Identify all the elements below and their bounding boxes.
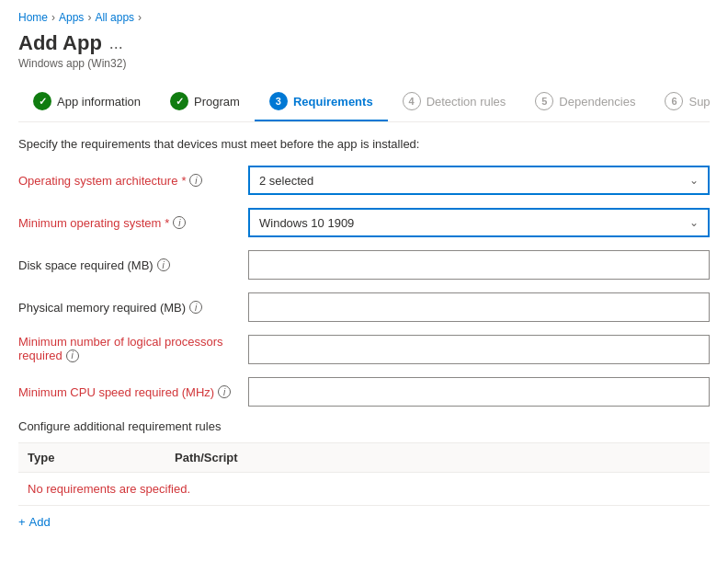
physical-memory-control xyxy=(248,292,710,322)
tab-program[interactable]: ✓ Program xyxy=(155,83,255,121)
cpu-speed-input[interactable] xyxy=(248,377,710,407)
req-table-empty-row: No requirements are specified. xyxy=(18,473,710,506)
col-type-header: Type xyxy=(28,451,175,464)
tabs-bar: ✓ App information ✓ Program 3 Requiremen… xyxy=(18,83,710,122)
tab-num-4: 4 xyxy=(403,92,421,110)
min-os-select[interactable]: Windows 10 1909 ⌄ xyxy=(248,208,710,237)
add-label: Add xyxy=(29,515,51,529)
page-title-row: Add App ... xyxy=(18,31,710,55)
page-title: Add App xyxy=(18,31,102,55)
tab-num-6: 6 xyxy=(665,92,683,110)
disk-space-control xyxy=(248,250,710,280)
physical-memory-info-icon[interactable]: i xyxy=(189,301,202,314)
add-icon: + xyxy=(18,515,26,529)
col-path-header: Path/Script xyxy=(175,451,238,464)
min-os-chevron-icon: ⌄ xyxy=(689,216,699,229)
add-requirement-link[interactable]: + Add xyxy=(18,515,51,529)
tab-label-detection-rules: Detection rules xyxy=(427,95,506,109)
tab-label-supersedence: Supersede xyxy=(688,95,710,109)
tab-check-icon-2: ✓ xyxy=(170,92,188,110)
min-os-row: Minimum operating system * i Windows 10 … xyxy=(18,208,710,237)
min-os-info-icon[interactable]: i xyxy=(173,216,186,229)
more-options-button[interactable]: ... xyxy=(109,34,123,53)
logical-processors-label: Minimum number of logical processors req… xyxy=(18,335,239,362)
additional-req-title: Configure additional requirement rules xyxy=(18,419,710,433)
logical-processors-input[interactable] xyxy=(248,335,710,364)
os-architecture-label: Operating system architecture * i xyxy=(18,174,239,188)
tab-detection-rules[interactable]: 4 Detection rules xyxy=(388,83,521,121)
tab-requirements[interactable]: 3 Requirements xyxy=(255,83,388,121)
section-description: Specify the requirements that devices mu… xyxy=(18,137,710,151)
breadcrumb: Home › Apps › All apps › xyxy=(18,11,710,24)
disk-space-label: Disk space required (MB) i xyxy=(18,258,239,272)
disk-space-row: Disk space required (MB) i xyxy=(18,250,710,280)
tab-label-dependencies: Dependencies xyxy=(559,95,635,109)
disk-space-info-icon[interactable]: i xyxy=(157,258,170,271)
tab-check-icon-1: ✓ xyxy=(33,92,51,110)
tab-supersedence[interactable]: 6 Supersede xyxy=(650,83,710,121)
physical-memory-label: Physical memory required (MB) i xyxy=(18,301,239,315)
tab-dependencies[interactable]: 5 Dependencies xyxy=(520,83,650,121)
min-os-control: Windows 10 1909 ⌄ xyxy=(248,208,710,237)
os-architecture-chevron-icon: ⌄ xyxy=(689,174,699,187)
os-architecture-control: 2 selected ⌄ xyxy=(248,166,710,195)
breadcrumb-apps[interactable]: Apps xyxy=(59,11,84,24)
tab-label-requirements: Requirements xyxy=(293,95,373,109)
os-architecture-select[interactable]: 2 selected ⌄ xyxy=(248,166,710,195)
page-subtitle: Windows app (Win32) xyxy=(18,57,710,70)
cpu-speed-label: Minimum CPU speed required (MHz) i xyxy=(18,385,239,399)
req-table-header: Type Path/Script xyxy=(18,443,710,473)
disk-space-input[interactable] xyxy=(248,250,710,280)
logical-processors-row: Minimum number of logical processors req… xyxy=(18,335,710,364)
tab-label-program: Program xyxy=(194,95,240,109)
tab-label-app-information: App information xyxy=(57,95,141,109)
logical-processors-control xyxy=(248,335,710,364)
requirements-table: Type Path/Script No requirements are spe… xyxy=(18,442,710,506)
logical-processors-info-icon[interactable]: i xyxy=(66,350,79,362)
min-os-label: Minimum operating system * i xyxy=(18,216,239,230)
tab-app-information[interactable]: ✓ App information xyxy=(18,83,155,121)
physical-memory-input[interactable] xyxy=(248,292,710,322)
cpu-speed-control xyxy=(248,377,710,407)
cpu-speed-info-icon[interactable]: i xyxy=(218,385,231,398)
breadcrumb-home[interactable]: Home xyxy=(18,11,48,24)
tab-num-3: 3 xyxy=(269,92,288,110)
os-architecture-info-icon[interactable]: i xyxy=(189,174,202,187)
tab-num-5: 5 xyxy=(535,92,553,110)
os-architecture-row: Operating system architecture * i 2 sele… xyxy=(18,166,710,195)
physical-memory-row: Physical memory required (MB) i xyxy=(18,292,710,322)
breadcrumb-all-apps[interactable]: All apps xyxy=(95,11,134,24)
req-table-empty-message: No requirements are specified. xyxy=(28,482,190,496)
cpu-speed-row: Minimum CPU speed required (MHz) i xyxy=(18,377,710,407)
